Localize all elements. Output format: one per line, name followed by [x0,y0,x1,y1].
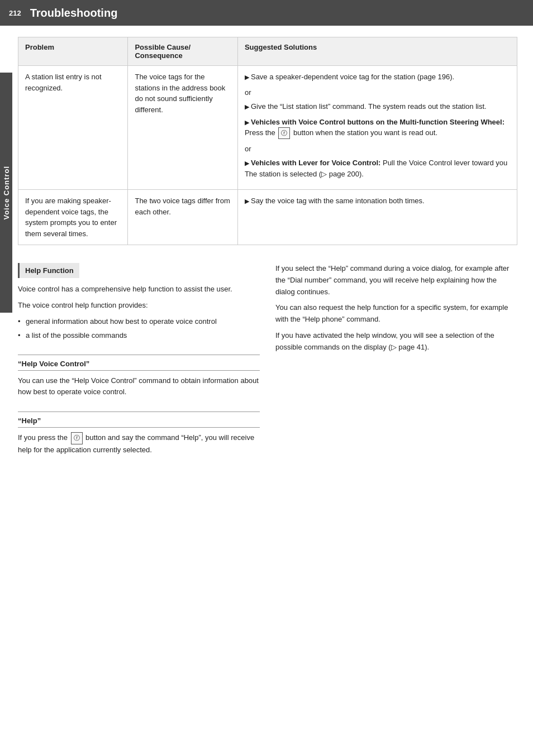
th-cause: Possible Cause/ Consequence [128,37,237,66]
table-row: If you are making speaker-dependent voic… [18,190,517,245]
solution-bold-2: Vehicles with Lever for Voice Control: [251,159,380,167]
voice-btn-symbol-1: ⓡ [278,127,290,139]
help-voice-control-heading: “Help Voice Control” [18,360,260,371]
cause-text-2: The two voice tags differ from each othe… [135,197,230,216]
solution-cell-1: Save a speaker-dependent voice tag for t… [237,66,517,190]
page-title: Troubleshooting [30,7,118,20]
solution-item-3: Vehicles with Voice Control buttons on t… [245,117,510,139]
solution-item-1: Save a speaker-dependent voice tag for t… [245,71,510,83]
help-para: If you press the ⓡ button and say the co… [18,432,260,456]
cause-cell-2: The two voice tags differ from each othe… [128,190,237,245]
section-divider-2 [18,412,260,412]
list-item: a list of the possible commands [18,330,260,341]
right-para-1: If you select the “Help” command during … [275,263,517,298]
solution-cell-2: Say the voice tag with the same intonati… [237,190,517,245]
cause-text-1: The voice tags for the stations in the a… [135,73,225,114]
cause-cell-1: The voice tags for the stations in the a… [128,66,237,190]
help-heading: “Help” [18,417,260,428]
th-solutions: Suggested Solutions [237,37,517,66]
list-item: general information about how best to op… [18,316,260,327]
help-function-intro: Voice control has a comprehensive help f… [18,284,260,295]
solution-bold-1: Vehicles with Voice Control buttons on t… [251,118,505,126]
help-section2: “Help” If you press the ⓡ button and say… [18,417,260,456]
right-para-2: You can also request the help function f… [275,302,517,326]
th-problem: Problem [18,37,128,66]
right-para-3: If you have activated the help window, y… [275,330,517,353]
page-header: 212 Troubleshooting [0,0,533,26]
solution-item-2: Give the “List station list” command. Th… [245,101,510,112]
solution-item-5: Say the voice tag with the same intonati… [245,195,510,207]
troubleshooting-table: Problem Possible Cause/ Consequence Sugg… [18,37,517,245]
problem-cell-1: A station list entry is not recognized. [18,66,128,190]
col-left: Help Function Voice control has a compre… [18,263,260,470]
help-function-section: Help Function Voice control has a compre… [18,263,260,341]
help-section: Help Function Voice control has a compre… [18,263,517,470]
problem-cell-2: If you are making speaker-dependent voic… [18,190,128,245]
help-voice-control-para: You can use the “Help Voice Control” com… [18,375,260,399]
main-content: Problem Possible Cause/ Consequence Sugg… [0,26,533,481]
problem-text-2: If you are making speaker-dependent voic… [25,197,117,238]
col-right: If you select the “Help” command during … [275,263,517,470]
section-divider-1 [18,355,260,355]
page-number: 212 [9,9,21,17]
help-function-header: Help Function [18,263,79,278]
solution-item-4: Vehicles with Lever for Voice Control: P… [245,157,510,179]
solution-or-1: or [245,87,510,98]
help-provides-list: general information about how best to op… [18,316,260,341]
help-voice-control-section: “Help Voice Control” You can use the “He… [18,360,260,399]
solution-or-2: or [245,143,510,155]
table-row: A station list entry is not recognized. … [18,66,517,190]
problem-text-1: A station list entry is not recognized. [25,73,102,92]
voice-btn-symbol-2: ⓡ [71,432,83,444]
help-provides-label: The voice control help function provides… [18,300,260,312]
